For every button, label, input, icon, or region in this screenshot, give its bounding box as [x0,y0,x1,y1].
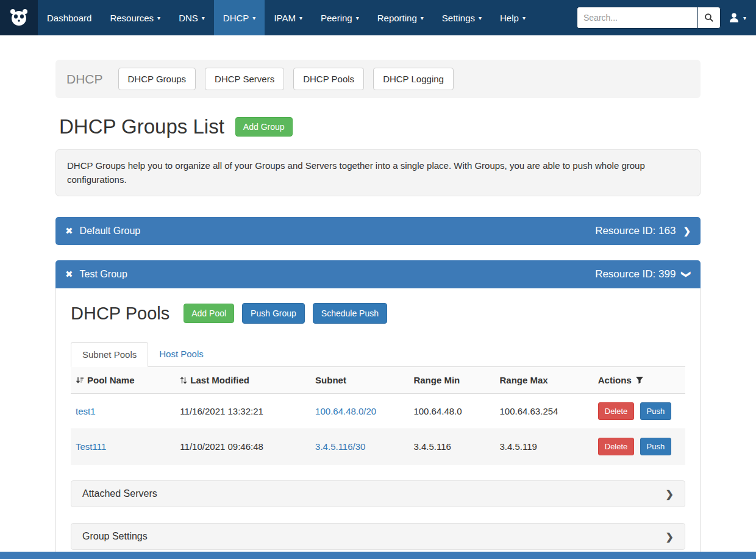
nav-item-dhcp[interactable]: DHCP ▾ [214,0,265,35]
subnet-link[interactable]: 100.64.48.0/20 [315,406,376,416]
schedule-push-button[interactable]: Schedule Push [313,303,387,324]
test-group-panel: DHCP Pools Add Pool Push Group Schedule … [55,288,701,559]
dhcp-logging-button[interactable]: DHCP Logging [373,68,454,90]
section-label: Group Settings [82,531,148,542]
nav-label: Help [500,13,519,23]
nav-item-ipam[interactable]: IPAM ▾ [265,0,312,35]
delete-group-icon[interactable]: ✖ [65,226,73,237]
resource-id: Resource ID: 163 [595,225,676,237]
push-button[interactable]: Push [640,402,672,420]
add-pool-button[interactable]: Add Pool [184,304,234,323]
delete-group-icon[interactable]: ✖ [65,269,73,280]
add-group-button[interactable]: Add Group [235,117,293,137]
group-name: Default Group [80,226,141,237]
table-row: Test111 11/10/2021 09:46:48 3.4.5.116/30… [71,429,685,465]
nav-item-peering[interactable]: Peering ▾ [312,0,368,35]
nav-label: IPAM [274,13,296,23]
range-min-cell: 100.64.48.0 [408,394,494,429]
caret-down-icon: ▾ [479,15,482,21]
filter-funnel-icon[interactable] [635,376,644,384]
pools-title: DHCP Pools [71,304,169,324]
nav-label: Peering [321,13,352,23]
nav-label: Reporting [377,13,417,23]
chevron-right-icon[interactable]: ❯ [683,226,691,237]
group-bar-default-group[interactable]: ✖ Default Group Resource ID: 163 ❯ [55,217,701,245]
nav-label: DHCP [223,13,249,23]
dhcp-servers-button[interactable]: DHCP Servers [205,68,284,90]
nav-item-dns[interactable]: DNS ▾ [169,0,214,35]
search-button[interactable] [697,7,721,29]
caret-down-icon: ▾ [743,15,746,21]
chevron-down-icon[interactable]: ❯ [682,271,693,279]
caret-down-icon: ▾ [356,15,359,21]
nav-item-reporting[interactable]: Reporting ▾ [368,0,433,35]
toolbar-title: DHCP [66,72,103,87]
delete-button[interactable]: Delete [598,438,635,455]
search-group [577,7,721,29]
last-modified-cell: 11/10/2021 09:46:48 [175,429,310,465]
table-header-row: Pool Name Last Modified Subnet Range Min [71,367,685,394]
user-icon [728,12,740,24]
group-bar-test-group[interactable]: ✖ Test Group Resource ID: 399 ❯ [55,260,701,288]
header-label: Actions [598,375,632,385]
subnet-link[interactable]: 3.4.5.116/30 [315,441,365,452]
header-label: Pool Name [87,375,135,385]
push-group-button[interactable]: Push Group [242,303,305,324]
nav-item-help[interactable]: Help ▾ [491,0,535,35]
header-label: Range Max [499,375,547,385]
caret-down-icon: ▾ [522,15,526,21]
tab-host-pools[interactable]: Host Pools [148,342,215,366]
nav-label: Resources [110,13,154,23]
pools-header: DHCP Pools Add Pool Push Group Schedule … [71,303,685,324]
group-bar-right: Resource ID: 163 ❯ [595,225,691,237]
section-label: Attached Servers [82,488,157,499]
navbar-right: ▾ [577,0,756,35]
title-row: DHCP Groups List Add Group [55,115,701,138]
pools-tabs: Subnet Pools Host Pools [71,342,685,367]
nav-item-settings[interactable]: Settings ▾ [433,0,491,35]
attached-servers-section[interactable]: Attached Servers ❯ [71,480,685,507]
header-label: Subnet [315,375,346,385]
push-button[interactable]: Push [640,438,672,455]
main-content: DHCP DHCP Groups DHCP Servers DHCP Pools… [55,60,701,559]
search-input[interactable] [577,7,697,29]
top-navbar: Dashboard Resources ▾ DNS ▾ DHCP ▾ IPAM … [0,0,756,35]
header-range-min: Range Min [408,367,494,394]
range-max-cell: 100.64.63.254 [494,394,593,429]
chevron-right-icon: ❯ [666,488,674,500]
header-last-modified[interactable]: Last Modified [175,367,310,394]
chevron-right-icon: ❯ [666,531,674,543]
group-bar-right: Resource ID: 399 ❯ [595,268,691,280]
group-settings-section[interactable]: Group Settings ❯ [71,523,685,550]
caret-down-icon: ▾ [421,15,424,21]
caret-down-icon: ▾ [299,15,302,21]
range-max-cell: 3.4.5.119 [494,429,593,465]
header-label: Last Modified [190,375,249,385]
last-modified-cell: 11/16/2021 13:32:21 [175,394,310,429]
group-name: Test Group [80,269,127,280]
panda-logo-icon [8,8,30,27]
user-menu[interactable]: ▾ [728,12,746,24]
nav-item-dashboard[interactable]: Dashboard [38,0,101,35]
nav-label: DNS [179,13,198,23]
caret-down-icon: ▾ [202,15,205,21]
search-icon [704,13,714,23]
header-range-max: Range Max [494,367,593,394]
caret-down-icon: ▾ [252,15,255,21]
dhcp-groups-button[interactable]: DHCP Groups [118,68,196,90]
tab-subnet-pools[interactable]: Subnet Pools [71,342,148,367]
resource-id: Resource ID: 399 [595,268,676,280]
caret-down-icon: ▾ [157,15,160,21]
table-row: test1 11/16/2021 13:32:21 100.64.48.0/20… [71,394,685,429]
range-min-cell: 3.4.5.116 [408,429,494,465]
delete-button[interactable]: Delete [598,402,635,420]
pool-name-link[interactable]: test1 [76,406,96,416]
nav-item-resources[interactable]: Resources ▾ [101,0,169,35]
pools-table: Pool Name Last Modified Subnet Range Min [71,367,685,465]
header-pool-name[interactable]: Pool Name [71,367,175,394]
dhcp-toolbar: DHCP DHCP Groups DHCP Servers DHCP Pools… [55,60,701,98]
dhcp-pools-button[interactable]: DHCP Pools [293,68,364,90]
nav-label: Dashboard [47,13,91,23]
pool-name-link[interactable]: Test111 [76,441,106,452]
app-logo[interactable] [0,0,38,35]
